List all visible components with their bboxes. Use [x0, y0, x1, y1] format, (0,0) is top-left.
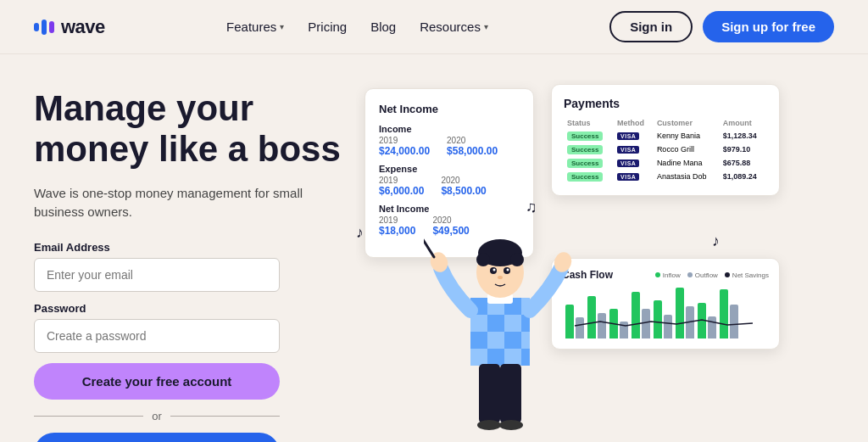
divider-line-left — [34, 416, 143, 417]
bar-inflow — [676, 288, 684, 338]
email-form-group: Email Address — [34, 241, 356, 292]
bar-group — [698, 303, 716, 338]
bar-outflow — [686, 306, 694, 338]
music-note-3: ♪ — [712, 232, 720, 250]
amount-cell: $1,128.34 — [720, 129, 767, 143]
nav-links: Features ▾ Pricing Blog Resources ▾ — [226, 20, 488, 34]
amount-cell: $675.88 — [720, 156, 767, 170]
legend-dot — [725, 272, 730, 277]
svg-point-32 — [477, 420, 501, 430]
bar-outflow — [620, 322, 628, 338]
chevron-down-icon: ▾ — [280, 22, 284, 31]
svg-point-33 — [499, 420, 523, 430]
income-label: Income — [379, 124, 520, 134]
svg-point-21 — [510, 253, 524, 266]
hero-subtitle: Wave is one-stop money management for sm… — [34, 184, 356, 222]
amount-cell: $1,089.24 — [720, 170, 767, 183]
logo-text: wave — [61, 16, 105, 38]
hero-left: Manage your money like a boss Wave is on… — [34, 80, 356, 442]
table-row: Success VISA Kenny Bania $1,128.34 — [564, 129, 767, 143]
income-2020-label: 2020 — [447, 136, 498, 145]
customer-cell: Nadine Mana — [654, 156, 720, 170]
cashflow-legend: InflowOutflowNet Savings — [655, 271, 769, 279]
table-row: Success VISA Nadine Mana $675.88 — [564, 156, 767, 170]
svg-rect-6 — [487, 315, 504, 332]
cashflow-card: Cash Flow InflowOutflowNet Savings — [551, 258, 780, 350]
bar-inflow — [654, 300, 662, 338]
svg-rect-10 — [487, 332, 504, 349]
svg-point-24 — [493, 269, 496, 271]
logo[interactable]: wave — [34, 16, 105, 38]
password-input[interactable] — [34, 319, 280, 353]
password-form-group: Password — [34, 302, 356, 353]
customer-cell: Kenny Bania — [654, 129, 720, 143]
bar-outflow — [598, 313, 606, 338]
music-note-1: ♪ — [356, 224, 364, 242]
bar-group — [587, 296, 606, 338]
bar-outflow — [576, 317, 584, 338]
svg-rect-9 — [470, 332, 487, 349]
nav-features[interactable]: Features ▾ — [226, 20, 284, 34]
col-amount: Amount — [720, 117, 767, 129]
payments-table: Status Method Customer Amount Success VI… — [564, 117, 767, 183]
legend-dot — [655, 272, 660, 277]
or-divider: or — [34, 410, 280, 422]
net-2019-value: $18,000 — [379, 225, 415, 237]
legend-item: Outflow — [687, 271, 718, 279]
character-illustration — [424, 171, 576, 442]
logo-icon — [34, 20, 54, 35]
svg-rect-14 — [487, 349, 504, 366]
customer-cell: Rocco Grill — [654, 143, 720, 156]
divider-line-right — [170, 416, 280, 417]
visa-badge: VISA — [617, 132, 639, 140]
svg-rect-16 — [521, 349, 530, 366]
svg-line-28 — [424, 234, 434, 257]
income-card-title: Net Income — [379, 103, 520, 115]
email-input[interactable] — [34, 258, 280, 292]
income-2019-label: 2019 — [379, 136, 430, 145]
or-text: or — [152, 410, 162, 422]
bar-outflow — [708, 316, 716, 338]
income-2020-value: $58,000.00 — [447, 145, 498, 157]
col-method: Method — [614, 117, 654, 129]
signin-button[interactable]: Sign in — [609, 11, 693, 42]
nav-buttons: Sign in Sign up for free — [609, 11, 834, 42]
nav-blog[interactable]: Blog — [370, 20, 396, 34]
payments-card-title: Payments — [564, 97, 767, 110]
create-account-button[interactable]: Create your free account — [34, 363, 280, 400]
payments-card: Payments Status Method Customer Amount S… — [551, 84, 780, 196]
bar-group — [720, 289, 738, 338]
legend-dot — [687, 272, 693, 277]
status-badge: Success — [567, 159, 603, 168]
table-row: Success VISA Rocco Grill $979.10 — [564, 143, 767, 156]
signup-button[interactable]: Sign up for free — [703, 11, 834, 42]
legend-item: Net Savings — [725, 271, 769, 279]
svg-rect-13 — [470, 349, 487, 366]
nav-pricing[interactable]: Pricing — [308, 20, 347, 34]
svg-rect-12 — [521, 332, 530, 349]
visa-badge: VISA — [617, 173, 639, 181]
expense-2019-value: $6,000.00 — [379, 185, 424, 197]
customer-cell: Anastasia Dob — [654, 170, 720, 183]
hero-right: Net Income Income 2019 $24,000.00 2020 $… — [356, 80, 834, 442]
svg-rect-31 — [500, 364, 521, 423]
bar-group — [609, 309, 628, 338]
svg-rect-7 — [504, 315, 521, 332]
col-customer: Customer — [654, 117, 720, 129]
legend-item: Inflow — [655, 271, 681, 279]
svg-rect-30 — [479, 364, 500, 423]
bar-inflow — [720, 289, 728, 338]
visa-badge: VISA — [617, 159, 639, 167]
chevron-down-icon: ▾ — [484, 22, 488, 31]
bar-group — [632, 292, 650, 338]
amount-cell: $979.10 — [720, 143, 767, 156]
bar-chart — [562, 288, 769, 338]
visa-badge: VISA — [617, 146, 639, 154]
bar-outflow — [642, 309, 650, 338]
google-signup-button[interactable]: G Sign up with Google — [34, 433, 280, 442]
bar-outflow — [730, 305, 738, 338]
svg-point-26 — [498, 276, 503, 279]
nav-resources[interactable]: Resources ▾ — [420, 20, 488, 34]
svg-rect-15 — [504, 349, 521, 366]
col-status: Status — [564, 117, 614, 129]
